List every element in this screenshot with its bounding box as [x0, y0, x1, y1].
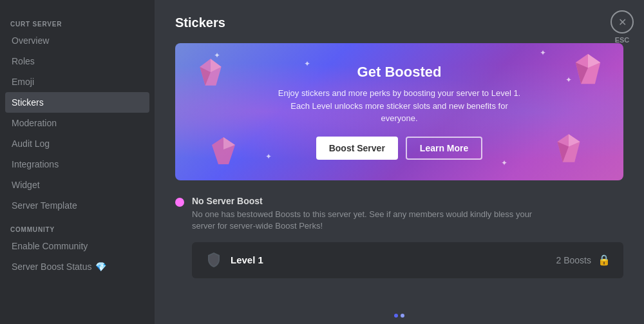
boost-gem-icon: 💎	[96, 262, 106, 272]
shield-icon	[205, 251, 223, 269]
loading-indicator	[394, 309, 404, 318]
sidebar-item-audit-log[interactable]: Audit Log	[5, 133, 149, 154]
banner-buttons: Boost Server Learn More	[316, 137, 483, 160]
page-title: Stickers	[175, 15, 623, 30]
no-boost-section: No Server Boost No one has bestowed Boos…	[175, 196, 623, 232]
sidebar-item-moderation[interactable]: Moderation	[5, 113, 149, 133]
sparkle-icon: ✦	[265, 152, 272, 161]
sidebar-item-label-server-boost-status: Server Boost Status	[12, 262, 92, 272]
sidebar-item-label-emoji: Emoji	[12, 77, 34, 87]
sidebar-item-label-audit-log: Audit Log	[12, 138, 50, 149]
sidebar-item-overview[interactable]: Overview	[5, 30, 149, 51]
sidebar-item-server-template[interactable]: Server Template	[5, 195, 149, 216]
crystal-gem-icon	[207, 135, 240, 167]
level-label: Level 1	[231, 254, 263, 265]
community-section-label: COMMUNITY	[5, 221, 149, 236]
sidebar-item-stickers[interactable]: Stickers	[5, 92, 149, 113]
sidebar-item-widget[interactable]: Widget	[5, 175, 149, 195]
sidebar-item-label-moderation: Moderation	[12, 118, 57, 128]
sparkle-icon: ✦	[565, 75, 572, 84]
server-section-label: CURT SERVER	[5, 15, 149, 30]
sidebar-item-enable-community[interactable]: Enable Community	[5, 236, 149, 256]
sidebar-item-label-overview: Overview	[12, 35, 49, 46]
esc-button[interactable]: ✕ ESC	[611, 10, 634, 44]
no-boost-description: No one has bestowed Boosts to this serve…	[192, 209, 553, 232]
sparkle-icon: ✦	[501, 158, 507, 167]
sidebar-item-label-enable-community: Enable Community	[12, 241, 88, 251]
banner-title: Get Boosted	[357, 64, 442, 81]
no-boost-content: No Server Boost No one has bestowed Boos…	[192, 196, 553, 232]
boost-server-button[interactable]: Boost Server	[316, 137, 398, 160]
boost-status-dot	[175, 198, 184, 207]
banner-description: Enjoy stickers and more perks by boostin…	[277, 87, 522, 125]
level-right: 2 Boosts 🔒	[556, 254, 611, 266]
sidebar-item-roles[interactable]: Roles	[5, 51, 149, 71]
sparkle-icon: ✦	[540, 48, 546, 57]
level-card: Level 1 2 Boosts 🔒	[192, 242, 623, 278]
boosts-count: 2 Boosts	[556, 255, 591, 265]
no-boost-title: No Server Boost	[192, 196, 553, 206]
sidebar-item-integrations[interactable]: Integrations	[5, 154, 149, 175]
sidebar-item-server-boost-status[interactable]: Server Boost Status 💎	[5, 256, 149, 277]
main-content: ✕ ESC Stickers ✦ ✦ ✦ ✦ ✦ ✦	[155, 0, 644, 324]
sidebar-item-label-roles: Roles	[12, 56, 35, 66]
learn-more-button[interactable]: Learn More	[406, 137, 482, 160]
sidebar-item-label-widget: Widget	[12, 180, 40, 190]
crystal-gem-icon	[194, 56, 227, 88]
sidebar-item-emoji[interactable]: Emoji	[5, 71, 149, 92]
crystal-gem-icon	[572, 53, 604, 85]
sparkle-icon: ✦	[304, 59, 310, 68]
level-left: Level 1	[205, 251, 263, 269]
sidebar-item-label-stickers: Stickers	[12, 97, 44, 108]
lock-icon: 🔒	[598, 254, 611, 266]
crystal-gem-icon	[553, 132, 585, 164]
sidebar: CURT SERVER Overview Roles Emoji Sticker…	[0, 0, 155, 324]
close-icon[interactable]: ✕	[611, 10, 634, 33]
sidebar-item-label-server-template: Server Template	[12, 200, 77, 211]
sidebar-item-label-integrations: Integrations	[12, 159, 59, 169]
boost-banner: ✦ ✦ ✦ ✦ ✦ ✦ Get Boosted Enjoy stickers a…	[175, 43, 623, 180]
